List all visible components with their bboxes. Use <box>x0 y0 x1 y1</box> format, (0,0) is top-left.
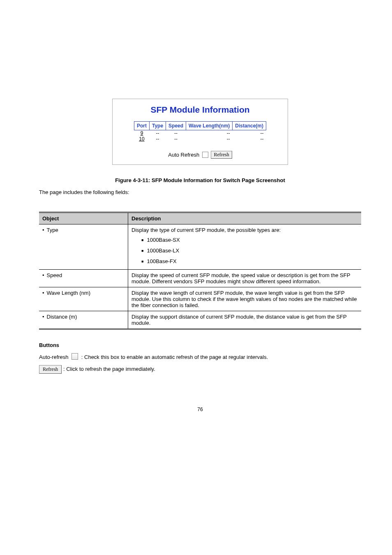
cell-type: -- <box>149 136 166 142</box>
panel-controls: Auto Refresh Refresh <box>113 151 288 159</box>
col-type: Type <box>149 122 166 130</box>
desc-header: Description <box>128 213 362 224</box>
col-wave-length: Wave Length(nm) <box>186 122 233 130</box>
desc-row: •Wave Length (nm) Display the wave lengt… <box>39 287 361 311</box>
panel-title: SFP Module Information <box>113 99 288 121</box>
sfp-table: Port Type Speed Wave Length(nm) Distance… <box>134 121 266 142</box>
port-link[interactable]: 9 <box>141 130 143 136</box>
desc-text: Display the type of current SFP module, … <box>131 227 281 233</box>
auto-refresh-desc: : Check this box to enable an automatic … <box>81 354 268 360</box>
obj-label: Distance (m) <box>47 314 77 320</box>
desc-text: Display the speed of current SFP module,… <box>128 270 362 287</box>
page-number: 76 <box>39 407 361 412</box>
auto-refresh-checkbox[interactable] <box>202 152 208 158</box>
cell-dist: -- <box>233 130 266 136</box>
figure-caption: Figure 4-3-11: SFP Module Information fo… <box>39 177 361 183</box>
list-item: 1000Base-SX <box>141 235 358 245</box>
auto-refresh-label: Auto Refresh <box>168 152 199 158</box>
cell-wave: -- <box>186 136 233 142</box>
cell-dist: -- <box>233 136 266 142</box>
cell-speed: -- <box>166 130 186 136</box>
table-header-row: Port Type Speed Wave Length(nm) Distance… <box>134 122 266 130</box>
col-speed: Speed <box>166 122 186 130</box>
description-table: Object Description •Type Display the typ… <box>39 212 361 330</box>
refresh-button-inline[interactable]: Refresh <box>39 365 62 374</box>
cell-wave: -- <box>186 130 233 136</box>
desc-row: •Type Display the type of current SFP mo… <box>39 224 361 270</box>
type-list: 1000Base-SX 1000Base-LX 100Base-FX <box>141 235 358 267</box>
obj-label: Type <box>47 227 58 233</box>
refresh-desc: : Click to refresh the page immediately. <box>63 366 155 372</box>
buttons-heading: Buttons <box>39 342 361 348</box>
col-distance: Distance(m) <box>233 122 266 130</box>
desc-row: •Distance (m) Display the support distan… <box>39 311 361 329</box>
cell-type: -- <box>149 130 166 136</box>
refresh-button[interactable]: Refresh <box>211 151 232 159</box>
table-row: 10 -- -- -- -- <box>134 136 266 142</box>
obj-label: Wave Length (nm) <box>47 290 90 296</box>
list-item: 1000Base-LX <box>141 245 358 256</box>
sfp-module-panel: SFP Module Information Port Type Speed W… <box>112 99 288 165</box>
col-port: Port <box>134 122 149 130</box>
desc-row: •Speed Display the speed of current SFP … <box>39 270 361 287</box>
desc-text: Display the support distance of current … <box>128 311 362 329</box>
checkbox-icon <box>71 353 78 360</box>
obj-label: Speed <box>47 272 62 278</box>
desc-text: Display the wave length of current SFP m… <box>128 287 362 311</box>
cell-speed: -- <box>166 136 186 142</box>
auto-refresh-text: Auto-refresh <box>39 354 69 360</box>
page-note: The page includes the following fields: <box>39 189 361 195</box>
list-item: 100Base-FX <box>141 256 358 267</box>
port-link[interactable]: 10 <box>139 136 144 142</box>
obj-header: Object <box>39 213 128 224</box>
table-row: 9 -- -- -- -- <box>134 130 266 136</box>
